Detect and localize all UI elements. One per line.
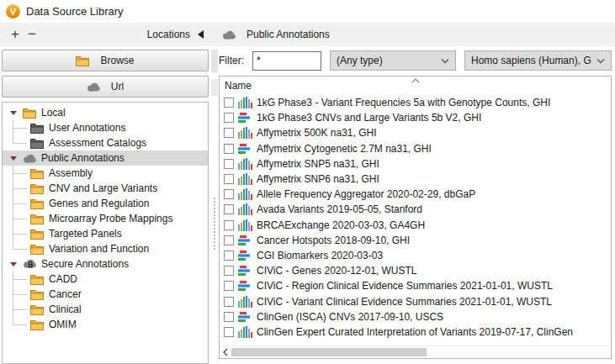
row-checkbox[interactable] [224,327,234,337]
row-checkbox[interactable] [224,144,234,154]
table-row[interactable]: CGI Biomarkers 2020-03-03 [220,248,611,263]
remove-location-button[interactable]: − [24,26,40,43]
folder-icon [30,168,44,179]
tree-item[interactable]: CADD [3,272,208,287]
expand-arrow-icon[interactable] [10,262,17,266]
source-name-label: Avada Variants 2019-05-05, Stanford [257,203,422,215]
folder-icon [30,319,44,330]
scrollbar-thumb[interactable] [231,348,427,356]
source-name-label: 1kG Phase3 CNVs and Large Variants 5b V2… [257,112,481,124]
sources-table: Name 1kG Phase3 - Variant Frequencies 5a… [219,76,612,359]
splitter-handle[interactable] [214,198,215,250]
row-checkbox[interactable] [224,312,234,322]
tree-item[interactable]: CNV and Large Variants [3,181,208,196]
table-row[interactable]: Affymetrix SNP5 na31, GHI [220,156,611,171]
row-checkbox[interactable] [224,251,234,261]
table-row[interactable]: Avada Variants 2019-05-05, Stanford [220,202,611,217]
filter-input[interactable] [252,51,321,71]
histogram-track-icon [238,219,252,231]
table-row[interactable]: CIViC - Variant Clinical Evidence Summar… [220,293,611,309]
tree-connector [10,302,30,317]
table-row[interactable]: Affymetrix SNP6 na31, GHI [220,171,611,187]
folder-icon [30,183,44,194]
table-row[interactable]: Cancer Hotspots 2018-09-10, GHI [220,233,611,248]
tree-connector [10,287,30,302]
sort-ascending-icon [411,78,420,83]
collapse-panel-arrow-icon[interactable] [198,30,204,39]
tree-connector [10,317,30,332]
main-area: Browse Url Local User A [0,46,615,364]
row-checkbox[interactable] [224,98,234,108]
row-checkbox[interactable] [224,189,234,199]
table-row[interactable]: 1kG Phase3 - Variant Frequencies 5a with… [220,95,611,110]
row-checkbox[interactable] [224,235,234,245]
filter-label: Filter: [219,55,244,66]
folder-icon [30,244,44,255]
tree-item[interactable]: Assembly [3,166,208,181]
row-checkbox[interactable] [224,297,234,307]
current-location-label: Public Annotations [247,29,330,40]
folder-icon [30,289,44,300]
histogram-track-icon [238,203,252,215]
scroll-left-arrow-icon[interactable] [220,348,231,356]
url-button-label: Url [111,81,124,92]
tree-item[interactable]: Cancer [3,287,208,302]
type-filter-dropdown[interactable]: (Any type) [330,50,456,71]
table-header[interactable]: Name [220,76,611,95]
tree-item-label: CNV and Large Variants [49,182,164,194]
row-checkbox[interactable] [224,113,234,123]
table-row[interactable]: CIViC - Region Clinical Evidence Summari… [220,278,611,293]
tree-item-label: Clinical [49,303,88,315]
tree-item[interactable]: User Annotations [3,120,208,135]
row-checkbox[interactable] [224,159,234,169]
table-row[interactable]: ClinGen Expert Curated Interpretation of… [220,324,611,340]
tree-item[interactable]: Secure Annotations [3,256,208,272]
tree-item[interactable]: Clinical [3,302,208,317]
table-row[interactable]: 1kG Phase3 CNVs and Large Variants 5b V2… [220,110,611,125]
type-filter-value: (Any type) [337,55,436,66]
panel-splitter[interactable] [210,46,219,364]
source-name-label: Affymetrix Cytogenetic 2.7M na31, GHI [257,143,432,155]
interval-track-icon [238,112,252,124]
tree-item[interactable]: Assessment Catalogs [3,135,208,150]
table-row[interactable]: BRCAExchange 2020-03-03, GA4GH [220,218,611,233]
row-checkbox[interactable] [224,204,234,214]
table-row[interactable]: CIViC - Genes 2020-12-01, WUSTL [220,263,611,278]
tree-item-label: Public Annotations [41,152,131,164]
tree-item[interactable]: Genes and Regulation [3,196,208,211]
row-checkbox[interactable] [224,174,234,184]
row-checkbox[interactable] [224,128,234,138]
source-name-label: Affymetrix SNP5 na31, GHI [257,158,379,170]
url-button[interactable]: Url [2,76,209,98]
horizontal-scrollbar[interactable] [220,346,611,358]
row-checkbox[interactable] [224,281,234,291]
browse-button-label: Browse [100,55,134,66]
tree-item[interactable]: Targeted Panels [3,226,208,241]
genome-assembly-dropdown[interactable]: Homo sapiens (Human), GRCh37 (hg19) (Fet [464,50,612,71]
tree-item[interactable]: Local [3,105,208,120]
folder-icon [30,274,44,285]
tree-item[interactable]: Variation and Function [3,241,208,256]
histogram-track-icon [238,127,252,139]
tree-item-label: Assessment Catalogs [49,137,153,149]
histogram-track-icon [238,173,252,185]
tree-item[interactable]: Public Annotations [3,150,208,166]
row-checkbox[interactable] [224,220,234,230]
source-name-label: ClinGen (ISCA) CNVs 2017-09-10, USCS [257,311,443,323]
tree-item[interactable]: Microarray Probe Mappings [3,211,208,226]
data-source-library-window: V Data Source Library + − Locations Publ… [0,0,615,364]
tree-item[interactable]: OMIM [3,317,208,332]
table-row[interactable]: ClinGen (ISCA) CNVs 2017-09-10, USCS [220,309,611,324]
cloud-icon [87,82,100,92]
name-column-header[interactable]: Name [225,80,252,92]
interval-track-icon [238,143,252,155]
table-row[interactable]: Allele Frequency Aggregator 2020-02-29, … [220,187,611,202]
dark-folder-icon [30,138,44,149]
browse-button[interactable]: Browse [2,50,209,71]
row-checkbox[interactable] [224,266,234,276]
table-row[interactable]: Affymetrix 500K na31, GHI [220,125,611,140]
expand-arrow-icon[interactable] [10,156,17,161]
add-location-button[interactable]: + [7,26,24,43]
expand-arrow-icon[interactable] [10,111,17,115]
table-row[interactable]: Affymetrix Cytogenetic 2.7M na31, GHI [220,141,611,156]
